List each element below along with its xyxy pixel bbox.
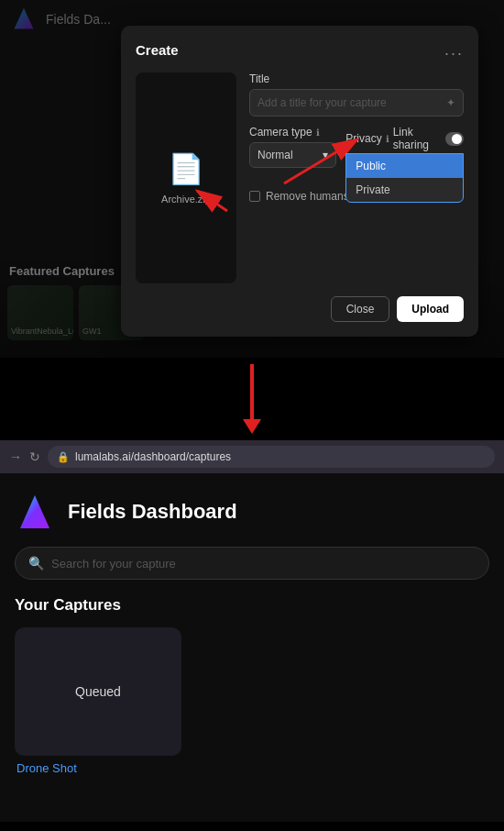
captures-grid: Queued Drone Shot (15, 627, 489, 775)
bottom-section: → ↻ 🔒 lumalabs.ai/dashboard/captures Fie… (0, 440, 504, 822)
capture-card[interactable]: Queued Drone Shot (15, 627, 181, 775)
capture-card-thumb: Queued (15, 627, 181, 756)
top-section: Fields Da... Featured Captures VibrantNe… (0, 0, 504, 358)
url-bar[interactable]: 🔒 lumalabs.ai/dashboard/captures (48, 446, 495, 468)
svg-marker-4 (20, 495, 49, 528)
queued-label: Queued (75, 684, 121, 699)
search-icon: 🔍 (28, 556, 44, 571)
down-arrow (243, 364, 261, 434)
privacy-option-private[interactable]: Private (346, 178, 463, 202)
captures-section-title: Your Captures (15, 596, 489, 615)
search-placeholder: Search for your capture (51, 557, 176, 571)
lock-icon: 🔒 (57, 451, 70, 463)
privacy-option-public[interactable]: Public (346, 154, 463, 178)
capture-card-name: Drone Shot (15, 761, 181, 775)
refresh-button[interactable]: ↻ (29, 449, 40, 464)
privacy-dropdown-menu: Public Private (345, 153, 464, 203)
browser-bar: → ↻ 🔒 lumalabs.ai/dashboard/captures (0, 440, 504, 473)
dashboard-title: Fields Dashboard (68, 500, 237, 524)
luma-logo (15, 492, 55, 532)
dashboard-content: Fields Dashboard 🔍 Search for your captu… (0, 473, 504, 793)
search-bar[interactable]: 🔍 Search for your capture (15, 547, 489, 580)
back-button[interactable]: → (9, 449, 22, 464)
svg-line-1 (197, 191, 227, 211)
arrow-container (0, 358, 504, 440)
dashboard-header: Fields Dashboard (15, 492, 489, 532)
url-text: lumalabs.ai/dashboard/captures (75, 450, 231, 463)
